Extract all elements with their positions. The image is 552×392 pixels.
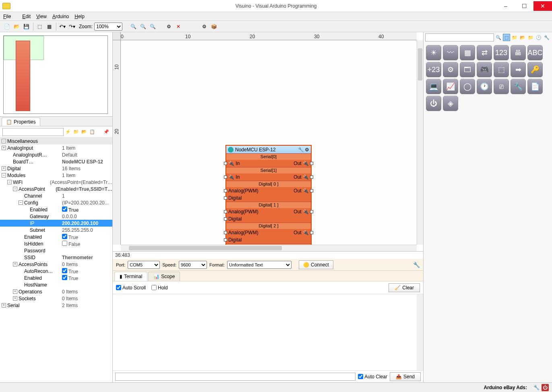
undo-button[interactable]: ↶▾	[58, 22, 67, 31]
expand-icon[interactable]	[13, 296, 17, 301]
pin-out[interactable]: Out 🔌	[294, 209, 309, 215]
expand-icon[interactable]	[13, 262, 17, 266]
property-value[interactable]: 0 Items	[60, 296, 78, 301]
properties-tab[interactable]: 📋 Properties	[2, 118, 40, 126]
zoom-in-button[interactable]: 🔍	[129, 22, 138, 31]
property-row[interactable]: Modules1 Item	[0, 172, 112, 179]
expand-icon[interactable]	[13, 289, 17, 294]
property-value[interactable]: False	[60, 241, 80, 247]
palette-item[interactable]: ▦	[460, 45, 475, 60]
palette-item[interactable]: ABC	[527, 45, 543, 60]
palette-item[interactable]: ☀	[426, 45, 441, 60]
pin-in[interactable]: Analog(PWM)	[228, 209, 258, 215]
send-input[interactable]	[115, 373, 356, 381]
list-icon[interactable]: 📋	[89, 128, 96, 136]
palette-item[interactable]: 📄	[527, 79, 543, 94]
property-row[interactable]: Channel1	[0, 192, 112, 199]
tool-icon[interactable]: 🔧	[533, 384, 540, 391]
property-value[interactable]: True	[60, 206, 79, 213]
property-value[interactable]: True	[60, 234, 78, 240]
property-row[interactable]: Sockets0 Items	[0, 295, 112, 302]
clear-button[interactable]: 🧹 Clear	[389, 283, 420, 292]
fit-button[interactable]: ⬚	[35, 22, 44, 31]
zoom-out-button[interactable]: 🔍	[139, 22, 147, 31]
property-checkbox[interactable]	[62, 206, 67, 212]
pin-in[interactable]: Analog(PWM)	[228, 230, 258, 235]
folder-icon[interactable]: 📁	[72, 128, 80, 136]
property-value[interactable]: 0.0.0.0	[60, 214, 77, 219]
property-value[interactable]: 2 Items	[60, 303, 78, 308]
palette-item[interactable]: 📈	[443, 79, 458, 94]
upload-button[interactable]: 📦	[209, 22, 218, 31]
scrollbar-thumb[interactable]	[129, 246, 282, 250]
property-row[interactable]: AccessPoints0 Items	[0, 261, 112, 268]
maximize-button[interactable]: ☐	[515, 1, 533, 11]
property-value[interactable]: 16 Items	[60, 166, 81, 171]
palette-item[interactable]: 〰	[443, 45, 458, 60]
minimize-button[interactable]: –	[496, 1, 515, 11]
pin-out[interactable]: Out 🔌	[294, 230, 309, 235]
grid-button[interactable]: ▦	[45, 22, 54, 31]
zoom-fit-button[interactable]: 🔍	[148, 22, 157, 31]
folder-icon[interactable]: 📁	[511, 34, 518, 41]
property-row[interactable]: WiFi(AccessPoint=(Enabled=Tr…	[0, 179, 112, 186]
property-row[interactable]: Config(IP=200.200.200.20...	[0, 199, 112, 206]
speed-select[interactable]: 9600	[179, 261, 207, 269]
palette-tool-icon[interactable]: ⬚	[503, 34, 510, 41]
new-button[interactable]: 📄	[2, 22, 11, 31]
zoom-select[interactable]: 100%	[94, 23, 122, 31]
terminal-output[interactable]	[113, 294, 423, 370]
node-title-bar[interactable]: NodeMCU ESP-12 🔧 ⚙	[226, 146, 311, 154]
send-button[interactable]: 📤 Send	[390, 372, 421, 381]
design-canvas[interactable]: NodeMCU ESP-12 🔧 ⚙ Serial[0]🔌 InOut 🔌Ser…	[121, 40, 417, 245]
property-value[interactable]: 1 Item	[60, 173, 75, 178]
auto-scroll-checkbox[interactable]: Auto Scroll	[116, 285, 146, 291]
property-row[interactable]: EnabledTrue	[0, 274, 112, 281]
property-value[interactable]: NodeMCU ESP-12	[60, 159, 103, 165]
filter-icon[interactable]: 🔍	[495, 34, 502, 41]
property-value[interactable]: 1	[60, 193, 65, 199]
palette-item[interactable]: 123	[494, 45, 509, 60]
property-checkbox[interactable]	[62, 241, 67, 246]
property-row[interactable]: Digital16 Items	[0, 165, 112, 172]
folder2-icon[interactable]: 📂	[519, 34, 526, 41]
power-icon[interactable]: ⏻	[542, 384, 549, 391]
tool-button[interactable]: ⚙	[164, 22, 173, 31]
expand-icon[interactable]	[2, 303, 6, 307]
property-row[interactable]: Gateway0.0.0.0	[0, 213, 112, 220]
recent-icon[interactable]: 🕐	[535, 34, 542, 41]
property-value[interactable]: Thermometer	[60, 255, 93, 260]
wrench-icon[interactable]: 🔧	[543, 34, 550, 41]
menu-view[interactable]: View	[36, 14, 47, 19]
palette-item[interactable]: ⏻	[426, 96, 441, 111]
canvas-scrollbar-h[interactable]	[121, 245, 417, 251]
redo-button[interactable]: ↷▾	[68, 22, 76, 31]
palette-item[interactable]: ⚙	[443, 62, 458, 77]
wrench-icon[interactable]: 🔧	[298, 147, 304, 153]
close-button[interactable]: ✕	[533, 1, 552, 11]
pin-in[interactable]: Digital	[228, 216, 242, 222]
pin-in[interactable]: 🔌 In	[228, 174, 240, 180]
property-row[interactable]: BoardT…NodeMCU ESP-12	[0, 158, 112, 165]
palette-item[interactable]: ⬚	[494, 62, 509, 77]
settings-icon[interactable]: 🔧	[413, 262, 420, 268]
hold-checkbox[interactable]: Hold	[151, 285, 168, 291]
property-value[interactable]: 200.200.200.100	[60, 221, 98, 226]
menu-edit[interactable]: Edit	[22, 14, 31, 19]
filter-icon[interactable]: ⚡	[64, 128, 72, 136]
expand-icon[interactable]	[7, 180, 12, 184]
palette-item[interactable]: ◯	[460, 79, 475, 94]
delete-button[interactable]: ✕	[174, 22, 183, 31]
palette-item[interactable]: 🎮	[477, 62, 492, 77]
property-value[interactable]: (IP=200.200.200.20...	[60, 200, 109, 206]
palette-item[interactable]: 💻	[426, 79, 441, 94]
property-row[interactable]: AccessPoint(Enabled=True,SSID=T…	[0, 186, 112, 192]
tab-scope[interactable]: 📊 Scope	[148, 272, 180, 281]
expand-icon[interactable]	[19, 200, 23, 205]
pin-in[interactable]: Digital	[228, 195, 242, 201]
property-row[interactable]: Miscellaneous	[0, 138, 112, 144]
palette-item[interactable]: ⎚	[494, 79, 509, 94]
terminal-scrollbar[interactable]	[417, 294, 423, 370]
palette-item[interactable]: 🔧	[511, 79, 526, 94]
property-row[interactable]: IsHiddenFalse	[0, 240, 112, 247]
